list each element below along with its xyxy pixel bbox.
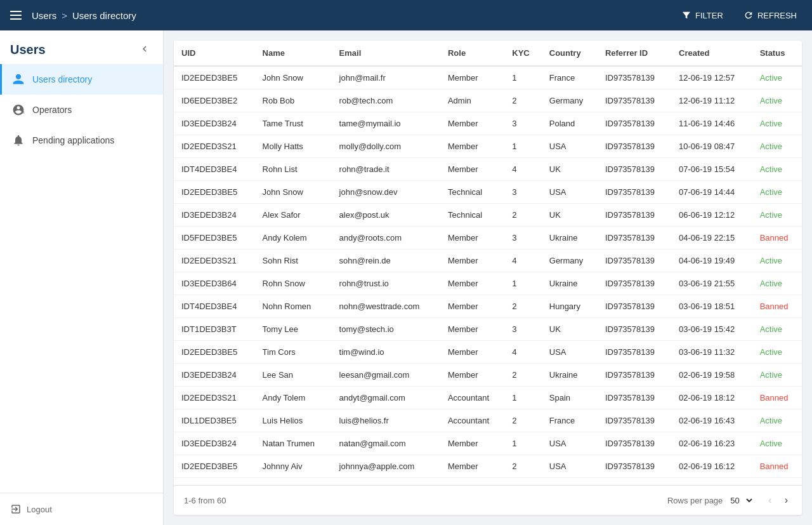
cell-status: Active — [752, 181, 802, 204]
sidebar-collapse-button[interactable] — [136, 41, 153, 59]
table-row[interactable]: ID2EDED3BE5 Johnny Aiv johnnya@apple.com… — [174, 455, 802, 478]
table-row[interactable]: ID5FDED3BE5 Andy Kolem andy@roots.com Me… — [174, 227, 802, 249]
cell-uid: IDT4DED3BE4 — [174, 478, 255, 486]
cell-status: Active — [752, 66, 802, 90]
svg-point-1 — [23, 112, 25, 113]
cell-referrer-id: ID973578139 — [598, 432, 671, 455]
cell-name: Johnny Aiv — [255, 455, 332, 478]
cell-email: alex@post.uk — [332, 204, 440, 227]
table-row[interactable]: ID2EDED3S21 Sohn Rist sohn@rein.de Membe… — [174, 249, 802, 272]
rows-per-page-select[interactable]: 50 25 100 — [728, 495, 754, 506]
sidebar: Users Users directory Operators Pending … — [0, 30, 164, 525]
cell-referrer-id: ID973578139 — [598, 135, 671, 158]
content-area: UID Name Email Role KYC Country Referrer… — [164, 30, 812, 525]
hamburger-menu[interactable] — [10, 11, 22, 20]
cell-created: 07-06-19 14:44 — [671, 181, 752, 204]
cell-status: Active — [752, 432, 802, 455]
table-row[interactable]: IDT4DED3BE4 Tim Cook tim@apple.com Membe… — [174, 478, 802, 486]
cell-role: Member — [440, 295, 504, 318]
cell-name: John Snow — [255, 66, 332, 90]
cell-name: John Snow — [255, 181, 332, 204]
cell-email: andy@roots.com — [332, 227, 440, 249]
sidebar-item-users-directory[interactable]: Users directory — [0, 64, 163, 95]
cell-name: Luis Helios — [255, 409, 332, 432]
table-row[interactable]: ID3EDED3B24 Tame Trust tame@mymail.io Me… — [174, 112, 802, 135]
table-row[interactable]: ID2EDED3S21 Molly Hatts molly@dolly.com … — [174, 135, 802, 158]
cell-role: Member — [440, 318, 504, 341]
logout-button[interactable]: Logout — [10, 503, 52, 515]
sidebar-item-label-pending: Pending applications — [32, 135, 114, 145]
table-row[interactable]: ID3EDED3B64 Rohn Snow rohn@trust.io Memb… — [174, 272, 802, 295]
table-row[interactable]: ID2EDED3S21 Andy Tolem andyt@gmail.com A… — [174, 387, 802, 409]
cell-name: Molly Hatts — [255, 135, 332, 158]
refresh-icon — [743, 10, 754, 20]
next-page-button[interactable]: › — [781, 492, 792, 508]
table-row[interactable]: IDT4DED3BE4 Nohn Romen nohn@westtrade.co… — [174, 295, 802, 318]
cell-uid: IDT4DED3BE4 — [174, 158, 255, 181]
cell-country: UK — [542, 204, 598, 227]
cell-country: France — [542, 409, 598, 432]
cell-name: Tim Cook — [255, 478, 332, 486]
table-row[interactable]: ID3EDED3B24 Lee San leesan@gmail.com Mem… — [174, 364, 802, 387]
col-name: Name — [255, 41, 332, 66]
cell-country: USA — [542, 455, 598, 478]
bell-icon — [12, 134, 25, 147]
cell-role: Member — [440, 455, 504, 478]
logout-icon — [10, 503, 22, 515]
cell-created: 12-06-19 12:57 — [671, 66, 752, 90]
cell-email: leesan@gmail.com — [332, 364, 440, 387]
table-row[interactable]: IDL1DED3BE5 Luis Helios luis@helios.fr A… — [174, 409, 802, 432]
cell-country: USA — [542, 432, 598, 455]
sidebar-item-operators[interactable]: Operators — [0, 95, 163, 125]
cell-role: Member — [440, 135, 504, 158]
table-row[interactable]: ID6EDED3BE2 Rob Bob rob@tech.com Admin 2… — [174, 90, 802, 112]
cell-kyc: 1 — [504, 387, 542, 409]
cell-created: 04-06-19 22:15 — [671, 227, 752, 249]
table-row[interactable]: IDT4DED3BE4 Rohn List rohn@trade.it Memb… — [174, 158, 802, 181]
rows-per-page: Rows per page 50 25 100 — [667, 495, 754, 506]
breadcrumb-sep: > — [62, 10, 67, 21]
cell-referrer-id: ID973578139 — [598, 478, 671, 486]
table-footer: 1-6 from 60 Rows per page 50 25 100 ‹ › — [174, 485, 802, 515]
col-role: Role — [440, 41, 504, 66]
table-row[interactable]: ID2EDED3BE5 John Snow john@mail.fr Membe… — [174, 66, 802, 90]
cell-status: Active — [752, 112, 802, 135]
cell-country: USA — [542, 135, 598, 158]
cell-email: john@snow.dev — [332, 181, 440, 204]
breadcrumb-root[interactable]: Users — [32, 10, 56, 21]
breadcrumb-current: Users directory — [72, 10, 136, 21]
refresh-button[interactable]: REFRESH — [738, 8, 802, 23]
table-row[interactable]: ID3EDED3B24 Alex Safor alex@post.uk Tech… — [174, 204, 802, 227]
cell-status: Banned — [752, 387, 802, 409]
cell-email: rohn@trade.it — [332, 158, 440, 181]
cell-referrer-id: ID973578139 — [598, 318, 671, 341]
cell-country: USA — [542, 341, 598, 364]
table-body: ID2EDED3BE5 John Snow john@mail.fr Membe… — [174, 66, 802, 485]
table-row[interactable]: ID2EDED3BE5 Tim Cors tim@wind.io Member … — [174, 341, 802, 364]
cell-kyc: 1 — [504, 272, 542, 295]
cell-email: andyt@gmail.com — [332, 387, 440, 409]
users-table-container: UID Name Email Role KYC Country Referrer… — [174, 41, 802, 515]
cell-country: Ukraine — [542, 227, 598, 249]
table-row[interactable]: ID2EDED3BE5 John Snow john@snow.dev Tech… — [174, 181, 802, 204]
sidebar-item-pending-applications[interactable]: Pending applications — [0, 125, 163, 156]
sidebar-item-label-users-directory: Users directory — [32, 74, 92, 84]
cell-uid: ID6EDED3BE2 — [174, 90, 255, 112]
pagination-info: 1-6 from 60 — [184, 496, 226, 505]
table-row[interactable]: IDT1DED3B3T Tomy Lee tomy@stech.io Membe… — [174, 318, 802, 341]
table-row[interactable]: ID3EDED3B24 Natan Trumen natan@gmail.com… — [174, 432, 802, 455]
cell-email: rohn@trust.io — [332, 272, 440, 295]
cell-kyc: 2 — [504, 204, 542, 227]
cell-country: USA — [542, 181, 598, 204]
cell-created: 11-06-19 14:46 — [671, 112, 752, 135]
cell-created: 03-06-19 21:55 — [671, 272, 752, 295]
prev-page-button[interactable]: ‹ — [764, 492, 775, 508]
cell-kyc: 4 — [504, 249, 542, 272]
table-wrapper[interactable]: UID Name Email Role KYC Country Referrer… — [174, 41, 802, 485]
cell-role: Member — [440, 66, 504, 90]
cell-email: sohn@rein.de — [332, 249, 440, 272]
filter-button[interactable]: FILTER — [676, 8, 728, 23]
cell-country: Hungary — [542, 295, 598, 318]
cell-name: Lee San — [255, 364, 332, 387]
cell-role: Member — [440, 158, 504, 181]
